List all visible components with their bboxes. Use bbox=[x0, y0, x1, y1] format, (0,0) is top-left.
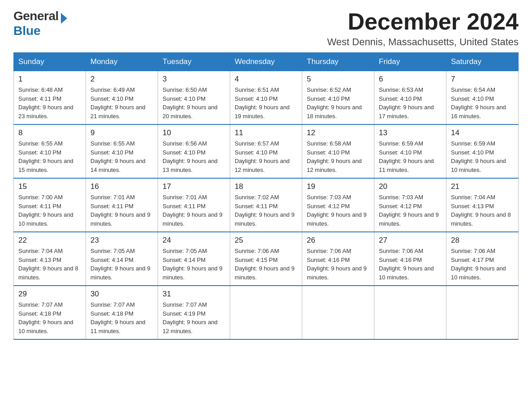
day-info: Sunrise: 6:55 AMSunset: 4:10 PMDaylight:… bbox=[18, 139, 81, 174]
calendar-body: 1Sunrise: 6:48 AMSunset: 4:11 PMDaylight… bbox=[14, 71, 519, 340]
calendar-cell: 12Sunrise: 6:58 AMSunset: 4:10 PMDayligh… bbox=[302, 124, 374, 178]
day-number: 28 bbox=[451, 236, 514, 245]
header-tuesday: Tuesday bbox=[158, 53, 230, 71]
week-row-1: 1Sunrise: 6:48 AMSunset: 4:11 PMDaylight… bbox=[14, 71, 519, 125]
day-number: 26 bbox=[307, 236, 369, 245]
week-row-3: 15Sunrise: 7:00 AMSunset: 4:11 PMDayligh… bbox=[14, 178, 519, 232]
day-info: Sunrise: 7:05 AMSunset: 4:14 PMDaylight:… bbox=[163, 247, 225, 282]
day-number: 15 bbox=[18, 182, 81, 191]
calendar-cell: 16Sunrise: 7:01 AMSunset: 4:11 PMDayligh… bbox=[86, 178, 158, 232]
day-number: 17 bbox=[163, 182, 225, 191]
day-info: Sunrise: 6:52 AMSunset: 4:10 PMDaylight:… bbox=[307, 86, 369, 120]
month-title: December 2024 bbox=[327, 9, 519, 34]
calendar-cell: 28Sunrise: 7:06 AMSunset: 4:17 PMDayligh… bbox=[446, 232, 519, 286]
day-number: 3 bbox=[163, 75, 225, 84]
calendar-cell: 11Sunrise: 6:57 AMSunset: 4:10 PMDayligh… bbox=[230, 124, 302, 178]
calendar-cell: 8Sunrise: 6:55 AMSunset: 4:10 PMDaylight… bbox=[14, 124, 86, 178]
day-info: Sunrise: 7:06 AMSunset: 4:17 PMDaylight:… bbox=[451, 247, 514, 282]
calendar-cell: 21Sunrise: 7:04 AMSunset: 4:13 PMDayligh… bbox=[446, 178, 519, 232]
day-info: Sunrise: 6:59 AMSunset: 4:10 PMDaylight:… bbox=[379, 139, 442, 174]
day-number: 30 bbox=[90, 290, 153, 299]
day-number: 18 bbox=[235, 182, 297, 191]
day-info: Sunrise: 7:04 AMSunset: 4:13 PMDaylight:… bbox=[451, 193, 514, 228]
calendar-cell: 18Sunrise: 7:02 AMSunset: 4:11 PMDayligh… bbox=[230, 178, 302, 232]
calendar-cell: 19Sunrise: 7:03 AMSunset: 4:12 PMDayligh… bbox=[302, 178, 374, 232]
day-number: 4 bbox=[235, 75, 297, 84]
calendar-cell: 22Sunrise: 7:04 AMSunset: 4:13 PMDayligh… bbox=[14, 232, 86, 286]
calendar-cell: 25Sunrise: 7:06 AMSunset: 4:15 PMDayligh… bbox=[230, 232, 302, 286]
header-monday: Monday bbox=[86, 53, 158, 71]
calendar-cell: 3Sunrise: 6:50 AMSunset: 4:10 PMDaylight… bbox=[158, 71, 230, 125]
logo-general-text: General bbox=[13, 9, 67, 24]
day-number: 23 bbox=[90, 236, 153, 245]
day-number: 25 bbox=[235, 236, 297, 245]
day-number: 29 bbox=[18, 290, 81, 299]
day-info: Sunrise: 6:56 AMSunset: 4:10 PMDaylight:… bbox=[163, 139, 225, 174]
calendar-cell: 30Sunrise: 7:07 AMSunset: 4:18 PMDayligh… bbox=[86, 286, 158, 339]
header-row: Sunday Monday Tuesday Wednesday Thursday… bbox=[14, 53, 519, 71]
day-number: 2 bbox=[90, 75, 153, 84]
calendar-cell: 24Sunrise: 7:05 AMSunset: 4:14 PMDayligh… bbox=[158, 232, 230, 286]
day-info: Sunrise: 7:07 AMSunset: 4:18 PMDaylight:… bbox=[18, 300, 81, 335]
day-number: 14 bbox=[451, 128, 514, 137]
day-info: Sunrise: 7:04 AMSunset: 4:13 PMDaylight:… bbox=[18, 247, 81, 282]
day-number: 13 bbox=[379, 128, 442, 137]
header-friday: Friday bbox=[374, 53, 446, 71]
calendar-cell: 2Sunrise: 6:49 AMSunset: 4:10 PMDaylight… bbox=[86, 71, 158, 125]
header-wednesday: Wednesday bbox=[230, 53, 302, 71]
day-info: Sunrise: 6:50 AMSunset: 4:10 PMDaylight:… bbox=[163, 86, 225, 120]
calendar-cell: 27Sunrise: 7:06 AMSunset: 4:16 PMDayligh… bbox=[374, 232, 446, 286]
calendar-cell: 10Sunrise: 6:56 AMSunset: 4:10 PMDayligh… bbox=[158, 124, 230, 178]
day-number: 24 bbox=[163, 236, 225, 245]
calendar-cell: 15Sunrise: 7:00 AMSunset: 4:11 PMDayligh… bbox=[14, 178, 86, 232]
logo: General Blue bbox=[13, 9, 67, 38]
week-row-4: 22Sunrise: 7:04 AMSunset: 4:13 PMDayligh… bbox=[14, 232, 519, 286]
calendar-cell: 29Sunrise: 7:07 AMSunset: 4:18 PMDayligh… bbox=[14, 286, 86, 339]
header-sunday: Sunday bbox=[14, 53, 86, 71]
calendar-cell: 4Sunrise: 6:51 AMSunset: 4:10 PMDaylight… bbox=[230, 71, 302, 125]
day-info: Sunrise: 6:48 AMSunset: 4:11 PMDaylight:… bbox=[18, 86, 81, 120]
day-info: Sunrise: 7:07 AMSunset: 4:18 PMDaylight:… bbox=[90, 300, 153, 335]
day-number: 10 bbox=[163, 128, 225, 137]
day-info: Sunrise: 6:49 AMSunset: 4:10 PMDaylight:… bbox=[90, 86, 153, 120]
day-info: Sunrise: 7:02 AMSunset: 4:11 PMDaylight:… bbox=[235, 193, 297, 228]
calendar-cell bbox=[302, 286, 374, 339]
calendar-cell bbox=[230, 286, 302, 339]
week-row-2: 8Sunrise: 6:55 AMSunset: 4:10 PMDaylight… bbox=[14, 124, 519, 178]
calendar-cell bbox=[446, 286, 519, 339]
day-info: Sunrise: 7:06 AMSunset: 4:15 PMDaylight:… bbox=[235, 247, 297, 282]
calendar-cell: 23Sunrise: 7:05 AMSunset: 4:14 PMDayligh… bbox=[86, 232, 158, 286]
location-title: West Dennis, Massachusetts, United State… bbox=[327, 36, 519, 48]
calendar-cell: 1Sunrise: 6:48 AMSunset: 4:11 PMDaylight… bbox=[14, 71, 86, 125]
day-number: 7 bbox=[451, 75, 514, 84]
calendar-cell: 14Sunrise: 6:59 AMSunset: 4:10 PMDayligh… bbox=[446, 124, 519, 178]
day-info: Sunrise: 6:54 AMSunset: 4:10 PMDaylight:… bbox=[451, 86, 514, 120]
calendar-cell bbox=[374, 286, 446, 339]
calendar-cell: 31Sunrise: 7:07 AMSunset: 4:19 PMDayligh… bbox=[158, 286, 230, 339]
day-info: Sunrise: 6:51 AMSunset: 4:10 PMDaylight:… bbox=[235, 86, 297, 120]
day-info: Sunrise: 7:06 AMSunset: 4:16 PMDaylight:… bbox=[307, 247, 369, 282]
day-number: 20 bbox=[379, 182, 442, 191]
day-info: Sunrise: 7:01 AMSunset: 4:11 PMDaylight:… bbox=[163, 193, 225, 228]
calendar-cell: 7Sunrise: 6:54 AMSunset: 4:10 PMDaylight… bbox=[446, 71, 519, 125]
day-info: Sunrise: 6:57 AMSunset: 4:10 PMDaylight:… bbox=[235, 139, 297, 174]
calendar-header: Sunday Monday Tuesday Wednesday Thursday… bbox=[14, 53, 519, 71]
day-info: Sunrise: 6:53 AMSunset: 4:10 PMDaylight:… bbox=[379, 86, 442, 120]
day-number: 9 bbox=[90, 128, 153, 137]
calendar-cell: 6Sunrise: 6:53 AMSunset: 4:10 PMDaylight… bbox=[374, 71, 446, 125]
header-thursday: Thursday bbox=[302, 53, 374, 71]
day-info: Sunrise: 7:00 AMSunset: 4:11 PMDaylight:… bbox=[18, 193, 81, 228]
calendar-cell: 13Sunrise: 6:59 AMSunset: 4:10 PMDayligh… bbox=[374, 124, 446, 178]
day-number: 5 bbox=[307, 75, 369, 84]
calendar-cell: 20Sunrise: 7:03 AMSunset: 4:12 PMDayligh… bbox=[374, 178, 446, 232]
calendar-cell: 5Sunrise: 6:52 AMSunset: 4:10 PMDaylight… bbox=[302, 71, 374, 125]
day-info: Sunrise: 7:07 AMSunset: 4:19 PMDaylight:… bbox=[163, 300, 225, 335]
day-number: 11 bbox=[235, 128, 297, 137]
day-info: Sunrise: 6:55 AMSunset: 4:10 PMDaylight:… bbox=[90, 139, 153, 174]
day-number: 21 bbox=[451, 182, 514, 191]
day-number: 1 bbox=[18, 75, 81, 84]
day-info: Sunrise: 7:06 AMSunset: 4:16 PMDaylight:… bbox=[379, 247, 442, 282]
day-info: Sunrise: 6:59 AMSunset: 4:10 PMDaylight:… bbox=[451, 139, 514, 174]
page-header: General Blue December 2024 West Dennis, … bbox=[13, 9, 519, 48]
day-info: Sunrise: 7:01 AMSunset: 4:11 PMDaylight:… bbox=[90, 193, 153, 228]
